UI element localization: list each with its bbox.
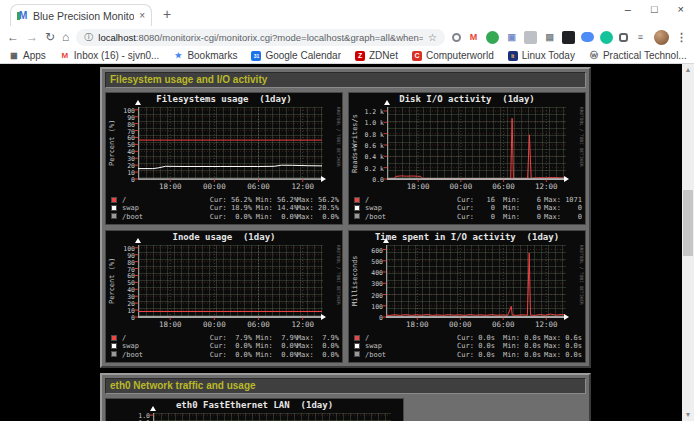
y-tick-label: 100 [106, 245, 135, 253]
legend-name: /boot [365, 351, 386, 359]
legend-cur: Cur: 0.0s [457, 334, 495, 342]
new-tab-button[interactable]: + [163, 7, 171, 21]
legend-min: Min: 0.0% [256, 213, 298, 221]
legend-name: swap [122, 342, 139, 350]
address-bar[interactable]: ⓘ localhost:8080/monitorix-cgi/monitorix… [76, 29, 445, 46]
graph-title: Filesystems usage (1day) [106, 94, 342, 104]
x-axis-arrow-icon [321, 176, 326, 182]
tab-title: Blue Precision Monitorix [33, 10, 134, 22]
legend-row: /Cur: 56.2%Min: 56.2%Max: 56.2% [111, 196, 340, 204]
scrollbar-thumb[interactable] [683, 190, 693, 256]
search-ext-icon[interactable] [452, 33, 461, 42]
legend-max: Max: 0.0s [544, 351, 582, 359]
legend-swatch [354, 213, 360, 219]
plot-layers [134, 107, 322, 185]
url-text[interactable]: localhost:8080/monitorix-cgi/monitorix.c… [98, 32, 423, 43]
section-filesystem: Filesystem usage and I/O activity Filesy… [100, 67, 591, 368]
inode-usage-graph[interactable]: Inode usage (1day)Percent (%)01020304050… [105, 230, 343, 363]
bookmark-label: Google Calendar [265, 50, 341, 61]
legend-cur: Cur: 7.9% [210, 334, 252, 342]
bookmark-star[interactable]: ★Bookmarks [173, 50, 237, 61]
extension-icons-row: M▣▤≡ [452, 31, 647, 44]
url-host: localhost [98, 32, 136, 43]
legend-cur: Cur: 0 [457, 204, 495, 212]
legend-min: Min: 7.9% [256, 334, 298, 342]
minimize-icon[interactable]: – [625, 3, 631, 15]
video-ext-icon[interactable] [562, 31, 575, 44]
profile-avatar[interactable] [654, 30, 669, 45]
home-icon[interactable]: ⌂ [62, 31, 69, 43]
legend-max: Max: 0.0% [297, 351, 339, 359]
filesystems-usage-graph[interactable]: Filesystems usage (1day)Percent (%)01020… [105, 92, 343, 225]
bookmark-apps-grid[interactable]: ▦Apps [9, 50, 46, 61]
y-tick-label: 80 [106, 259, 135, 267]
legend-swatch [111, 351, 117, 357]
legend-swatch [354, 343, 360, 349]
bookmark-calendar[interactable]: 31Google Calendar [251, 50, 341, 61]
messenger-ext-icon[interactable] [581, 32, 594, 42]
close-icon[interactable]: × [678, 3, 684, 15]
bookmark-linuxtoday[interactable]: ltLinux Today [508, 50, 575, 61]
y-tick-label: 0 [106, 176, 135, 184]
legend-max: Max: 7.9% [297, 334, 339, 342]
maximize-icon[interactable]: □ [651, 3, 658, 15]
y-tick-label: 90 [106, 114, 135, 122]
time-io-graph[interactable]: Time spent in I/O activity (1day)Millise… [348, 230, 586, 363]
scroll-up-icon[interactable]: ▲ [682, 64, 694, 76]
browser-menu-icon[interactable]: ⋮ [676, 31, 687, 44]
page-scrollbar[interactable]: ▲ ▼ [682, 64, 694, 421]
legend-name: /boot [122, 213, 143, 221]
y-tick-label: 300 [349, 280, 383, 288]
bookmark-computerworld[interactable]: CComputerworld [412, 50, 494, 61]
scroll-down-icon[interactable]: ▼ [682, 409, 694, 421]
y-tick-label: 500 [349, 258, 383, 266]
legend-cur: Cur: 16 [457, 196, 495, 204]
reload-icon[interactable]: ↻ [45, 31, 55, 43]
reading-list-icon[interactable]: ≡ [634, 31, 647, 44]
y-tick-label: 400 [349, 269, 383, 277]
legend-max: Max: 0.0s [544, 342, 582, 350]
tab-close-icon[interactable]: × [139, 11, 145, 21]
legend-name: / [365, 196, 369, 204]
y-tick-label: 100 [349, 303, 383, 311]
bookmark-label: Computerworld [426, 50, 494, 61]
y-tick-label: 10 [106, 169, 135, 177]
x-tick-label: 18:00 [159, 182, 182, 191]
section-network-header: eth0 Network traffic and usage [105, 378, 586, 394]
legend-name: /boot [122, 351, 143, 359]
screenshot-ext-icon[interactable] [524, 31, 537, 44]
x-tick-label: 06:00 [492, 320, 515, 329]
bookmark-gmail[interactable]: MInbox (16) - sjvn0... [60, 50, 160, 61]
y-tick-label: 0 [349, 314, 383, 322]
gmail-ext-icon[interactable]: M [467, 31, 480, 44]
bookmark-star-icon[interactable]: ☆ [428, 32, 437, 43]
rrdtool-watermark: RRDTOOL / TOBI OETIKER [579, 107, 584, 179]
y-tick-label: 40 [106, 286, 135, 294]
x-tick-label: 06:00 [247, 182, 270, 191]
monitorix-report: Filesystem usage and I/O activity Filesy… [100, 67, 591, 421]
star-icon: ★ [173, 51, 183, 61]
cast-ext-icon[interactable]: ▤ [543, 31, 556, 44]
forward-icon[interactable]: → [26, 31, 38, 43]
plot-layers [149, 413, 390, 421]
legend-cur: Cur: 0.0s [457, 342, 495, 350]
extensions-puzzle-icon[interactable] [619, 33, 628, 42]
legend-min: Min: 6 [503, 196, 541, 204]
grammarly-ext-icon[interactable] [600, 31, 613, 44]
bookmark-zdnet[interactable]: ZZDNet [355, 50, 398, 61]
section-filesystem-header: Filesystem usage and I/O activity [105, 72, 586, 88]
page-content: Filesystem usage and I/O activity Filesy… [0, 64, 694, 421]
tab-monitorix[interactable]: M Blue Precision Monitorix × [10, 4, 152, 26]
y-tick-label: 100 [106, 107, 135, 115]
tabs-ext-icon[interactable]: ▣ [505, 31, 518, 44]
legend-name: swap [365, 342, 382, 350]
eth0-traffic-graph[interactable]: eth0 FastEthernet LAN (1day)1.00.9 [105, 398, 404, 421]
disk-io-graph[interactable]: Disk I/O activity (1day)Reads+Writes/s0.… [348, 92, 586, 225]
legend-row: swapCur: 18.9%Min: 14.4%Max: 20.5% [111, 204, 340, 212]
share-ext-icon[interactable] [486, 31, 499, 44]
back-icon[interactable]: ← [7, 31, 19, 43]
bookmark-wordpress[interactable]: ⓌPractical Technol... [589, 50, 687, 61]
page-info-icon[interactable]: ⓘ [84, 31, 93, 44]
legend-min: Min: 0.0% [256, 342, 298, 350]
x-tick-label: 12:00 [291, 320, 314, 329]
